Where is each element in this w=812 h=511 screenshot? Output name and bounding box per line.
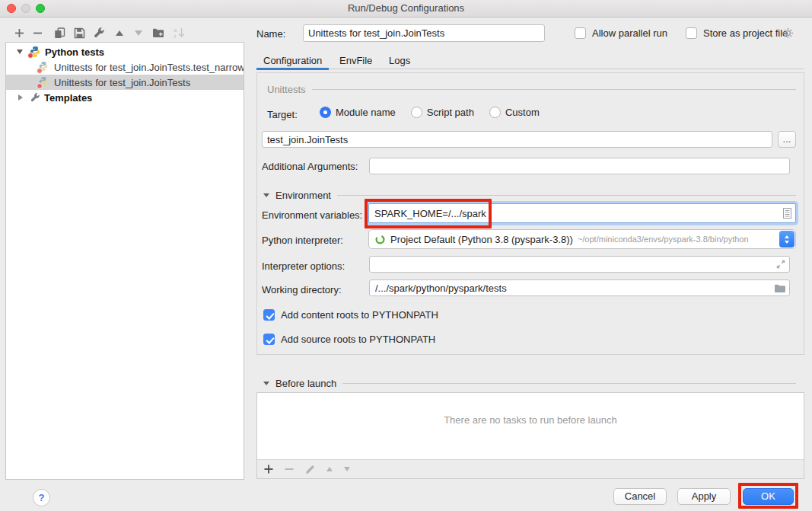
move-up-button[interactable] — [113, 26, 126, 40]
svg-text:z: z — [174, 33, 177, 39]
before-launch-empty-message: There are no tasks to run before launch — [257, 414, 804, 426]
remove-task-button — [285, 465, 294, 474]
allow-parallel-run-checkbox[interactable]: Allow parallel run — [575, 27, 667, 39]
working-directory-input[interactable] — [374, 282, 774, 295]
add-content-roots-checkbox[interactable]: Add content roots to PYTHONPATH — [263, 309, 438, 321]
apply-button[interactable]: Apply — [677, 488, 731, 505]
cancel-button[interactable]: Cancel — [613, 488, 667, 505]
checkbox-icon[interactable] — [575, 27, 586, 39]
python-interpreter-label: Python interpreter: — [262, 235, 343, 246]
move-down-icon — [135, 30, 142, 36]
expand-icon[interactable] — [776, 260, 785, 269]
unittests-section-header: Unittests — [267, 84, 796, 95]
edit-templates-button[interactable] — [92, 26, 106, 40]
radio-script-path[interactable]: Script path — [411, 107, 474, 118]
move-task-up-icon — [326, 467, 333, 471]
target-radio-group: Module name Script path Custom — [320, 107, 540, 118]
run-debug-configurations-dialog: Run/Debug Configurations az Python tests — [0, 0, 812, 511]
radio-label: Custom — [505, 107, 540, 118]
configurations-tree: Python tests Unittests for test_join.Joi… — [5, 42, 244, 480]
move-up-icon — [116, 30, 123, 36]
name-label: Name: — [256, 28, 285, 40]
allow-parallel-run-label: Allow parallel run — [592, 27, 667, 39]
new-folder-icon — [152, 27, 164, 39]
chevron-down-icon[interactable] — [17, 50, 23, 54]
tree-node-label: Python tests — [45, 46, 104, 58]
before-launch-section-header[interactable]: Before launch — [263, 378, 796, 389]
gear-icon[interactable] — [782, 27, 794, 41]
copy-configuration-button[interactable] — [53, 26, 66, 40]
python-interpreter-path: ~/opt/miniconda3/envs/pyspark-3.8/bin/py… — [578, 235, 749, 244]
highlight-environment-variables — [365, 199, 492, 228]
tab-logs[interactable]: Logs — [389, 55, 410, 66]
store-as-project-file-checkbox[interactable]: Store as project file — [686, 27, 788, 39]
list-icon[interactable] — [783, 208, 791, 219]
environment-section-label: Environment — [275, 190, 331, 201]
environment-section-header[interactable]: Environment — [263, 190, 796, 201]
python-tests-icon — [29, 46, 41, 58]
close-window-icon[interactable] — [7, 4, 16, 13]
collapse-triangle-icon[interactable] — [263, 193, 269, 197]
before-launch-section-label: Before launch — [275, 378, 336, 389]
radio-label: Script path — [427, 107, 474, 118]
add-source-roots-checkbox[interactable]: Add source roots to PYTHONPATH — [263, 334, 435, 345]
remove-configuration-button[interactable] — [30, 26, 44, 40]
move-down-button — [132, 26, 145, 40]
python-interpreter-select[interactable]: Project Default (Python 3.8 (pyspark-3.8… — [368, 229, 796, 249]
radio-selected-icon[interactable] — [320, 107, 331, 118]
tab-envfile[interactable]: EnvFile — [339, 55, 372, 66]
radio-module-name[interactable]: Module name — [320, 107, 396, 118]
zoom-window-icon[interactable] — [36, 4, 45, 13]
select-stepper-icon[interactable] — [779, 231, 794, 248]
additional-arguments-input[interactable] — [369, 158, 790, 174]
add-icon — [14, 28, 24, 38]
add-configuration-button[interactable] — [12, 26, 26, 40]
folder-icon[interactable] — [774, 283, 785, 293]
target-label: Target: — [267, 109, 298, 120]
tree-item-jointests-selected[interactable]: Unittests for test_join.JoinTests — [6, 75, 244, 90]
tree-node-templates[interactable]: Templates — [6, 90, 244, 105]
add-task-button[interactable] — [264, 465, 273, 474]
interpreter-options-input[interactable] — [374, 258, 776, 271]
tree-item-test-narrow[interactable]: Unittests for test_join.JoinTests.test_n… — [6, 59, 244, 75]
add-content-roots-label: Add content roots to PYTHONPATH — [281, 309, 438, 321]
help-button[interactable]: ? — [33, 489, 50, 506]
checkbox-icon[interactable] — [686, 27, 697, 39]
target-input[interactable] — [262, 131, 772, 148]
highlight-ok-button — [738, 483, 798, 509]
tab-configuration[interactable]: Configuration — [263, 55, 322, 66]
active-tab-underline — [256, 68, 329, 70]
tree-item-label: Unittests for test_join.JoinTests.test_n… — [54, 62, 244, 73]
remove-icon — [285, 465, 294, 474]
checkbox-checked-icon[interactable] — [263, 309, 275, 321]
radio-icon[interactable] — [411, 107, 422, 118]
name-input[interactable] — [303, 24, 545, 42]
python-interpreter-value: Project Default (Python 3.8 (pyspark-3.8… — [390, 234, 573, 245]
window-title: Run/Debug Configurations — [0, 0, 812, 17]
tree-item-label: Unittests for test_join.JoinTests — [54, 77, 190, 88]
interpreter-options-field[interactable] — [369, 256, 790, 273]
copy-icon — [54, 27, 65, 39]
remove-icon — [33, 28, 43, 38]
working-directory-label: Working directory: — [262, 284, 342, 295]
python-test-icon — [38, 76, 50, 88]
collapse-triangle-icon[interactable] — [263, 382, 269, 385]
additional-arguments-label: Additional Arguments: — [262, 161, 358, 172]
move-task-down-icon — [344, 467, 350, 471]
unittests-section-label: Unittests — [267, 84, 306, 95]
tree-node-label: Templates — [44, 92, 92, 104]
add-source-roots-label: Add source roots to PYTHONPATH — [281, 334, 435, 345]
working-directory-field[interactable] — [369, 279, 790, 296]
radio-custom[interactable]: Custom — [489, 107, 540, 118]
checkbox-checked-icon[interactable] — [263, 334, 275, 345]
test-badge-icon — [37, 68, 43, 74]
tab-rule — [329, 69, 804, 69]
chevron-right-icon[interactable] — [18, 94, 23, 101]
tree-node-python-tests[interactable]: Python tests — [6, 44, 244, 59]
browse-button[interactable]: ... — [778, 131, 796, 148]
new-folder-button[interactable] — [151, 26, 165, 40]
save-configuration-button[interactable] — [72, 26, 86, 40]
python-test-icon — [38, 61, 50, 73]
test-badge-icon — [27, 53, 33, 59]
radio-icon[interactable] — [489, 107, 501, 118]
